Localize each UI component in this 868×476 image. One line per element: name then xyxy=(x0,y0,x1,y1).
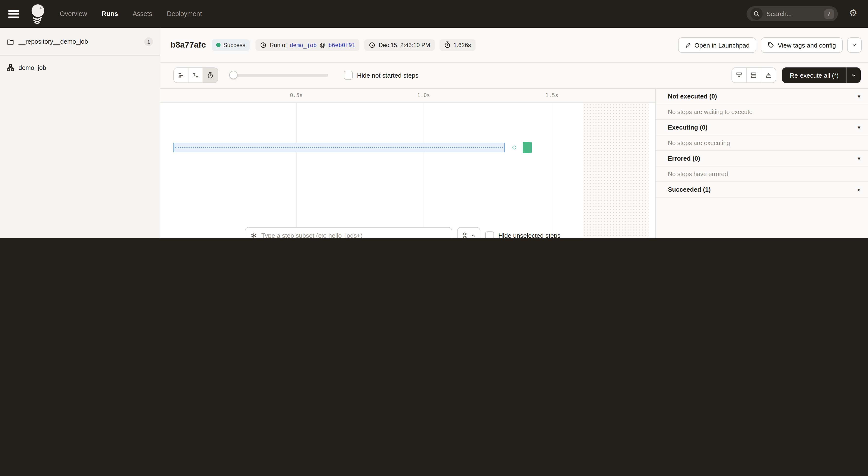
step-subset-placeholder: Type a step subset (ex: hello_logs+) xyxy=(261,232,363,238)
hide-not-started-checkbox[interactable] xyxy=(344,71,353,79)
section-empty-message: No steps are waiting to execute xyxy=(656,104,868,120)
gantt-view-switcher xyxy=(174,67,218,83)
timeline-tick: 1.0s xyxy=(417,92,430,99)
step-waiting-bar xyxy=(174,143,505,152)
zoom-slider-knob[interactable] xyxy=(229,71,238,79)
hide-not-started-label[interactable]: Hide not started steps xyxy=(357,72,418,79)
waterfall-view-icon[interactable] xyxy=(188,68,203,82)
layers-icon xyxy=(461,232,468,238)
gantt-after-run-zone xyxy=(583,89,648,238)
repo-count-badge: 1 xyxy=(144,37,153,46)
timed-view-icon[interactable] xyxy=(203,68,218,82)
top-nav: OverviewRunsAssetsDeployment Search... /… xyxy=(0,0,868,28)
reexecute-dropdown[interactable] xyxy=(846,67,861,83)
search-icon xyxy=(750,8,763,20)
step-success-bar[interactable] xyxy=(523,142,532,153)
panel-top-icon[interactable] xyxy=(761,68,776,82)
chevron-up-icon xyxy=(471,233,476,238)
content-sheet: __repository__demo_job 1 demo_job __repo… xyxy=(0,28,868,238)
hide-unselected-row: Hide unselected steps xyxy=(485,231,561,238)
commit-link[interactable]: b6eb0f91 xyxy=(328,41,355,48)
gantt-section: 0.5s 1.0s 1.5s xyxy=(160,88,868,238)
section-empty-message: No steps are executing xyxy=(656,135,868,151)
section-title: Succeeded (1) xyxy=(668,186,711,193)
pencil-icon xyxy=(685,42,691,48)
gantt-toolbar: Hide not started steps Re-execute all (*… xyxy=(160,63,868,88)
hide-unselected-label[interactable]: Hide unselected steps xyxy=(498,232,561,238)
duration-tag: 1.626s xyxy=(439,39,475,51)
search-placeholder: Search... xyxy=(767,10,824,18)
job-label: demo_job xyxy=(19,64,46,71)
step-status-section-header[interactable]: Not executed (0)▾ xyxy=(656,89,868,104)
caret-down-icon: ▾ xyxy=(858,125,860,130)
section-empty-message: No steps have errored xyxy=(656,166,868,182)
caret-down-icon: ▾ xyxy=(858,94,860,99)
job-icon xyxy=(7,64,14,71)
gridline xyxy=(424,103,424,238)
nav-item-deployment[interactable]: Deployment xyxy=(167,10,202,18)
step-subset-icon xyxy=(250,232,257,238)
layers-button[interactable] xyxy=(457,227,480,238)
run-header: b8a77afc Success Run of demo_job @ b6eb0… xyxy=(160,28,868,63)
gridline xyxy=(552,103,552,238)
chevron-down-icon xyxy=(851,42,857,48)
gear-icon[interactable]: ⚙ xyxy=(849,8,857,18)
dagster-app: OverviewRunsAssetsDeployment Search... /… xyxy=(0,0,868,238)
nav-item-runs[interactable]: Runs xyxy=(102,10,118,18)
timeline-tick: 0.5s xyxy=(290,92,303,99)
main-area: b8a77afc Success Run of demo_job @ b6eb0… xyxy=(160,28,868,238)
sidebar-item-demo-job[interactable]: demo_job xyxy=(0,56,160,79)
header-actions: Open in Launchpad View tags and config xyxy=(678,37,862,53)
timeline-tick: 1.5s xyxy=(546,92,558,99)
step-marker-dot xyxy=(513,145,516,149)
step-status-section-header[interactable]: Succeeded (1)▸ xyxy=(656,182,868,198)
caret-down-icon: ▾ xyxy=(858,156,860,161)
nav-items: OverviewRunsAssetsDeployment xyxy=(60,10,202,18)
step-subset-bar: Type a step subset (ex: hello_logs+) xyxy=(245,227,561,238)
tag-icon xyxy=(768,42,775,48)
caret-right-icon: ▸ xyxy=(858,187,860,192)
sidebar: __repository__demo_job 1 demo_job __repo… xyxy=(0,28,160,238)
hide-unselected-checkbox[interactable] xyxy=(485,231,494,238)
run-tags: Run of demo_job @ b6eb0f91 Dec 15, 2:43:… xyxy=(255,39,475,51)
step-status-panel: Not executed (0)▾No steps are waiting to… xyxy=(656,89,868,238)
step-status-section-header[interactable]: Executing (0)▾ xyxy=(656,120,868,135)
status-badge: Success xyxy=(212,39,250,51)
gantt-timeline-header: 0.5s 1.0s 1.5s xyxy=(160,89,655,103)
folder-icon xyxy=(7,38,14,45)
stopwatch-icon xyxy=(444,41,451,48)
view-tags-config-button[interactable]: View tags and config xyxy=(761,37,843,53)
panel-layout-switcher xyxy=(732,67,776,83)
flat-view-icon[interactable] xyxy=(174,68,188,82)
step-status-section-header[interactable]: Errored (0)▾ xyxy=(656,151,868,166)
run-of-tag: Run of demo_job @ b6eb0f91 xyxy=(255,39,360,51)
reexecute-button[interactable]: Re-execute all (*) xyxy=(782,67,861,83)
section-title: Errored (0) xyxy=(668,155,700,162)
clock-icon xyxy=(369,41,376,48)
job-link[interactable]: demo_job xyxy=(290,41,317,48)
panel-bottom-icon[interactable] xyxy=(732,68,747,82)
step-subset-input[interactable]: Type a step subset (ex: hello_logs+) xyxy=(245,227,452,238)
section-title: Executing (0) xyxy=(668,124,708,131)
zoom-slider[interactable] xyxy=(230,74,328,77)
open-launchpad-button[interactable]: Open in Launchpad xyxy=(678,37,756,53)
hamburger-menu-icon[interactable] xyxy=(8,10,19,18)
panel-split-icon[interactable] xyxy=(747,68,761,82)
gridline xyxy=(296,103,297,238)
slash-shortcut-key: / xyxy=(824,9,834,19)
history-icon xyxy=(260,41,267,48)
dagster-logo[interactable] xyxy=(28,3,47,25)
more-actions-button[interactable] xyxy=(847,37,862,53)
search-input[interactable]: Search... / xyxy=(747,6,838,21)
nav-item-overview[interactable]: Overview xyxy=(60,10,87,18)
repo-label: __repository__demo_job xyxy=(19,38,88,45)
section-title: Not executed (0) xyxy=(668,93,717,100)
success-dot-icon xyxy=(216,43,220,47)
nav-item-assets[interactable]: Assets xyxy=(133,10,152,18)
gantt-chart: 0.5s 1.0s 1.5s xyxy=(160,89,655,238)
hide-not-started-row: Hide not started steps xyxy=(344,71,418,79)
run-id-title: b8a77afc xyxy=(170,40,206,50)
datetime-tag: Dec 15, 2:43:10 PM xyxy=(365,39,434,51)
sidebar-item-repository[interactable]: __repository__demo_job 1 xyxy=(0,28,160,56)
